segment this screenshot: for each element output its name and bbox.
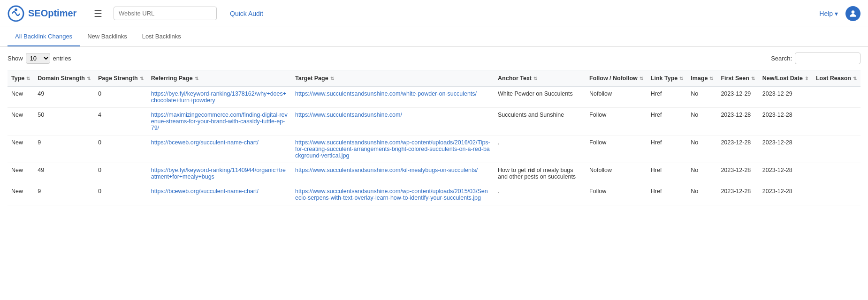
sort-icon-anchor-text: ⇅ <box>533 76 537 81</box>
search-label: Search: <box>771 55 792 62</box>
table-row: New490https://bye.fyi/keyword-ranking/11… <box>8 163 860 184</box>
col-follow-nofollow[interactable]: Follow / Nofollow⇅ <box>586 70 647 87</box>
tab-new-backlinks[interactable]: New Backlinks <box>80 27 135 46</box>
show-entries-control: Show 10 25 50 100 entries <box>8 53 71 64</box>
col-referring-page[interactable]: Referring Page⇅ <box>147 70 291 87</box>
col-first-seen[interactable]: First Seen⇅ <box>717 70 758 87</box>
show-label: Show <box>8 55 23 62</box>
header-right: Help ▾ <box>819 6 860 21</box>
table-link[interactable]: https://maximizingecommerce.com/finding-… <box>151 112 288 131</box>
table-link[interactable]: https://bceweb.org/succulent-name-chart/ <box>151 139 259 146</box>
table-row: New504https://maximizingecommerce.com/fi… <box>8 108 860 135</box>
col-anchor-text[interactable]: Anchor Text⇅ <box>494 70 586 87</box>
table-link[interactable]: https://www.succulentsandsunshine.com/wh… <box>295 90 477 97</box>
logo-area: SEOptimer <box>8 5 83 22</box>
sort-icon-target-page: ⇅ <box>330 76 334 81</box>
sort-icon-referring-page: ⇅ <box>195 76 198 81</box>
avatar[interactable] <box>845 6 860 21</box>
col-page-strength[interactable]: Page Strength⇅ <box>94 70 147 87</box>
tabs: All Backlink Changes New Backlinks Lost … <box>0 27 868 47</box>
col-link-type[interactable]: Link Type⇅ <box>647 70 687 87</box>
sort-icon-lost-reason: ⇅ <box>853 76 857 81</box>
hamburger-button[interactable]: ☰ <box>90 6 106 21</box>
sort-icon-new-lost-date: ⇕ <box>805 76 808 81</box>
table-controls: Show 10 25 50 100 entries Search: <box>0 47 868 70</box>
col-lost-reason[interactable]: Lost Reason⇅ <box>812 70 860 87</box>
backlinks-table: Type⇅ Domain Strength⇅ Page Strength⇅ Re… <box>8 70 860 205</box>
svg-point-2 <box>852 10 855 14</box>
col-type[interactable]: Type⇅ <box>8 70 34 87</box>
col-domain-strength[interactable]: Domain Strength⇅ <box>34 70 94 87</box>
table-link[interactable]: https://www.succulentsandsunshine.com/ki… <box>295 167 478 173</box>
table-wrapper: Type⇅ Domain Strength⇅ Page Strength⇅ Re… <box>0 70 868 205</box>
table-link[interactable]: https://www.succulentsandsunshine.com/wp… <box>295 139 490 159</box>
help-button[interactable]: Help ▾ <box>819 10 838 17</box>
sort-icon-page-strength: ⇅ <box>140 76 144 81</box>
logo-icon <box>8 5 24 22</box>
col-new-lost-date[interactable]: New/Lost Date⇕ <box>759 70 812 87</box>
header: SEOptimer ☰ Quick Audit Help ▾ <box>0 0 868 27</box>
table-row: New90https://bceweb.org/succulent-name-c… <box>8 135 860 163</box>
sort-icon-first-seen: ⇅ <box>751 76 755 81</box>
svg-point-1 <box>15 8 17 11</box>
entries-select[interactable]: 10 25 50 100 <box>26 53 50 64</box>
logo-text: SEOptimer <box>28 8 76 19</box>
search-area: Search: <box>771 52 860 64</box>
table-row: New90https://bceweb.org/succulent-name-c… <box>8 184 860 205</box>
tab-lost-backlinks[interactable]: Lost Backlinks <box>135 27 189 46</box>
table-link[interactable]: https://bye.fyi/keyword-ranking/1378162/… <box>151 90 286 104</box>
col-image[interactable]: Image⇅ <box>687 70 717 87</box>
table-row: New490https://bye.fyi/keyword-ranking/13… <box>8 87 860 108</box>
table-header-row: Type⇅ Domain Strength⇅ Page Strength⇅ Re… <box>8 70 860 87</box>
tab-all-backlink-changes[interactable]: All Backlink Changes <box>8 27 80 46</box>
sort-icon-link-type: ⇅ <box>679 76 683 81</box>
sort-icon-type: ⇅ <box>26 76 30 81</box>
sort-icon-follow: ⇅ <box>640 76 643 81</box>
table-link[interactable]: https://bceweb.org/succulent-name-chart/ <box>151 188 259 195</box>
sort-icon-domain-strength: ⇅ <box>87 76 91 81</box>
search-input[interactable] <box>795 52 860 64</box>
website-url-input[interactable] <box>114 7 217 20</box>
sort-icon-image: ⇅ <box>709 76 713 81</box>
table-link[interactable]: https://www.succulentsandsunshine.com/wp… <box>295 188 488 201</box>
table-link[interactable]: https://www.succulentsandsunshine.com/ <box>295 112 402 118</box>
quick-audit-button[interactable]: Quick Audit <box>224 7 269 20</box>
table-link[interactable]: https://bye.fyi/keyword-ranking/1140944/… <box>151 167 286 180</box>
entries-label: entries <box>53 55 71 62</box>
col-target-page[interactable]: Target Page⇅ <box>291 70 494 87</box>
